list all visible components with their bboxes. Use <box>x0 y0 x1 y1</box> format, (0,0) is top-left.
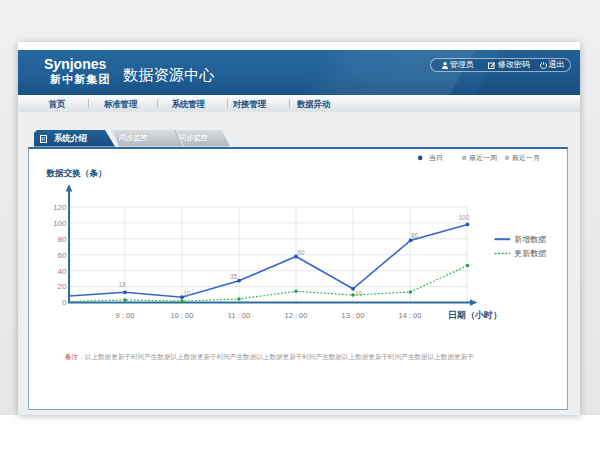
svg-text:120: 120 <box>53 203 67 212</box>
svg-text:18: 18 <box>119 281 127 288</box>
svg-text:80: 80 <box>58 235 67 244</box>
svg-text:10: 10 <box>355 290 363 297</box>
svg-text:60: 60 <box>58 251 67 260</box>
svg-text:14 : 00: 14 : 00 <box>399 311 422 320</box>
svg-text:100: 100 <box>459 214 470 221</box>
svg-text:10 : 00: 10 : 00 <box>171 311 194 320</box>
svg-text:100: 100 <box>53 219 67 228</box>
svg-text:日期（小时）: 日期（小时） <box>448 310 502 320</box>
svg-text:数据交换（条）: 数据交换（条） <box>46 168 107 178</box>
svg-text:9 : 00: 9 : 00 <box>116 311 135 320</box>
svg-text:13 : 00: 13 : 00 <box>342 311 365 320</box>
svg-text:20: 20 <box>58 282 67 291</box>
svg-text:更新数据: 更新数据 <box>514 249 546 258</box>
svg-text:60: 60 <box>298 249 306 256</box>
svg-text:40: 40 <box>58 267 67 276</box>
svg-text:80: 80 <box>411 232 419 239</box>
svg-text:新增数据: 新增数据 <box>514 235 546 244</box>
svg-text:0: 0 <box>62 298 67 307</box>
svg-text:12 : 00: 12 : 00 <box>285 311 308 320</box>
svg-text:35: 35 <box>230 273 238 280</box>
svg-text:最近一月: 最近一月 <box>512 154 540 162</box>
svg-text:最近一周: 最近一周 <box>469 154 497 161</box>
svg-text:11 : 00: 11 : 00 <box>228 311 250 320</box>
svg-text:当日: 当日 <box>429 154 443 162</box>
svg-text:10: 10 <box>184 290 192 297</box>
